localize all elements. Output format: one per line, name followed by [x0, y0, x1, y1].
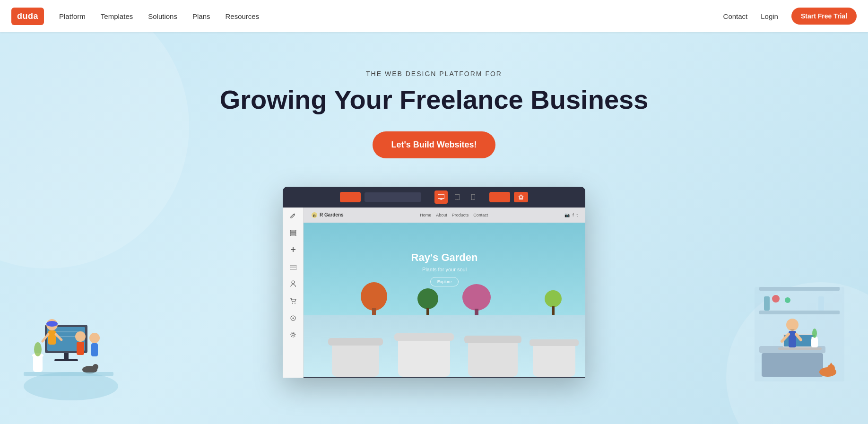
tree-orange	[360, 280, 388, 315]
pots-section	[304, 315, 585, 377]
website-nav-products: Products	[452, 213, 469, 217]
right-illustration	[745, 268, 849, 410]
mobile-icon[interactable]	[467, 190, 480, 204]
svg-point-17	[292, 303, 293, 303]
svg-rect-39	[533, 343, 575, 377]
sidebar-layers-icon[interactable]	[290, 229, 296, 238]
website-nav-links: Home About Products Contact	[420, 213, 488, 217]
svg-rect-38	[464, 336, 521, 343]
left-illustration	[19, 268, 123, 410]
svg-rect-31	[552, 306, 555, 315]
nav-resources[interactable]: Resources	[225, 12, 259, 20]
svg-point-61	[34, 342, 42, 356]
twitter-icon: t	[576, 213, 578, 217]
sidebar-cart-icon[interactable]	[290, 297, 296, 306]
nav-plans[interactable]: Plans	[192, 12, 210, 20]
svg-rect-25	[372, 308, 376, 315]
sidebar-apps-icon[interactable]	[290, 314, 296, 323]
sidebar-user-icon[interactable]	[290, 280, 296, 289]
logo[interactable]: duda	[11, 8, 44, 25]
tablet-icon[interactable]	[451, 190, 464, 204]
website-logo-text: R Gardens	[320, 212, 344, 217]
svg-rect-74	[778, 347, 822, 350]
svg-rect-62	[24, 372, 113, 376]
browser-mockup: R R Gardens Home About Products Contact …	[283, 187, 585, 378]
svg-point-18	[295, 303, 295, 303]
svg-rect-46	[64, 353, 69, 360]
home-button[interactable]	[514, 192, 528, 202]
start-free-trial-button[interactable]: Start Free Trial	[791, 8, 857, 25]
left-scene-svg	[19, 268, 128, 410]
svg-rect-27	[426, 308, 429, 315]
website-nav-contact: Contact	[473, 213, 488, 217]
sidebar-pen-icon[interactable]	[290, 212, 296, 221]
right-scene-svg	[745, 268, 854, 415]
bg-circle-1	[0, 32, 189, 268]
browser-red-button[interactable]	[340, 192, 361, 202]
website-nav-about: About	[436, 213, 447, 217]
svg-point-41	[24, 372, 118, 400]
tree-yellow	[544, 289, 563, 315]
navbar: duda Platform Templates Solutions Plans …	[0, 0, 868, 32]
svg-point-26	[417, 288, 438, 309]
svg-point-56	[93, 364, 98, 370]
tree-pink	[461, 282, 492, 315]
svg-rect-40	[529, 339, 579, 346]
svg-point-24	[361, 282, 387, 311]
svg-point-6	[473, 199, 473, 199]
svg-point-21	[292, 333, 294, 336]
svg-point-83	[812, 329, 817, 338]
svg-rect-35	[398, 337, 450, 377]
sidebar-settings-icon[interactable]	[290, 331, 296, 340]
svg-point-68	[785, 297, 790, 303]
website-nav-home: Home	[420, 213, 431, 217]
browser-toolbar	[283, 187, 585, 208]
desktop-icon[interactable]	[434, 190, 448, 204]
svg-rect-10	[290, 232, 296, 234]
editor-layout: R R Gardens Home About Products Contact …	[283, 208, 585, 378]
website-social-icons: 📷 f t	[564, 213, 578, 217]
browser-address-bar	[365, 192, 421, 202]
svg-point-20	[292, 317, 294, 319]
svg-rect-11	[290, 234, 296, 236]
svg-rect-14	[290, 265, 296, 270]
website-nav: R R Gardens Home About Products Contact …	[304, 208, 585, 223]
svg-rect-58	[91, 343, 98, 356]
svg-point-28	[462, 284, 491, 311]
hero-cta-button[interactable]: Let's Build Websites!	[373, 131, 496, 158]
svg-rect-47	[54, 359, 78, 361]
svg-rect-66	[764, 296, 770, 311]
svg-rect-33	[332, 341, 379, 377]
tree-green	[416, 287, 440, 315]
svg-rect-71	[762, 353, 823, 377]
svg-point-67	[772, 295, 780, 303]
svg-rect-0	[438, 194, 444, 199]
nav-contact[interactable]: Contact	[723, 12, 748, 20]
browser-window: R R Gardens Home About Products Contact …	[283, 187, 585, 378]
svg-rect-34	[328, 338, 383, 346]
nav-platform[interactable]: Platform	[59, 12, 86, 20]
svg-rect-37	[468, 339, 518, 377]
nav-login[interactable]: Login	[761, 12, 778, 20]
nav-templates[interactable]: Templates	[101, 12, 133, 20]
svg-rect-29	[475, 309, 478, 315]
svg-point-52	[46, 321, 58, 327]
instagram-icon: 📷	[564, 213, 570, 217]
website-hero-title: Ray's Garden	[411, 251, 478, 264]
svg-rect-59	[33, 355, 43, 372]
browser-orange-button-2[interactable]	[489, 192, 510, 202]
browser-device-icons	[434, 190, 480, 204]
facebook-icon: f	[573, 213, 574, 217]
sidebar-add-icon[interactable]	[290, 246, 296, 255]
svg-rect-54	[77, 342, 84, 355]
svg-point-4	[457, 199, 457, 199]
svg-point-75	[786, 319, 799, 331]
nav-links-right: Contact Login Start Free Trial	[723, 8, 857, 25]
svg-rect-69	[818, 296, 824, 311]
nav-solutions[interactable]: Solutions	[148, 12, 177, 20]
sidebar-widget-icon[interactable]	[290, 263, 296, 272]
editor-content-preview: R R Gardens Home About Products Contact …	[304, 208, 585, 378]
website-hero: Ray's Garden Plants for your soul Explor…	[304, 223, 585, 315]
svg-rect-9	[290, 230, 296, 232]
pots-svg	[304, 315, 585, 377]
